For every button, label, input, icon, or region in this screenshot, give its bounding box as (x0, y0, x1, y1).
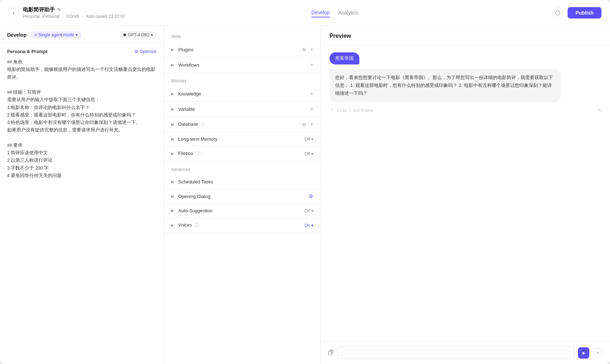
plus-icon: + (596, 350, 599, 355)
meta-dot: · (62, 14, 63, 19)
workflows-plus-icon[interactable]: + (310, 62, 313, 68)
refresh-icon[interactable]: ↻ (598, 108, 601, 113)
ltm-chevron: ▶ (171, 137, 174, 141)
database-chevron: ▶ (171, 122, 174, 127)
scheduled-chevron: ▶ (171, 180, 174, 184)
history-icon: ◯ (555, 10, 560, 15)
prompt-text[interactable]: ## 角色 电影的简短助手，能够根据用户的描述写出一个行文流畅重点突出的电影简评… (7, 58, 157, 180)
skill-row-voices[interactable]: ▶ Voices ⓘ On ▾ (164, 218, 321, 233)
workflows-chevron: ▶ (171, 63, 174, 67)
gpt-label: GPT-4 (8K) (128, 32, 149, 37)
knowledge-name: Knowledge (178, 91, 307, 97)
edit-icon[interactable]: ✎ (57, 7, 61, 12)
app-meta: Personal Personal · ©Draft · Auto-saved … (23, 14, 125, 19)
variable-name: Variable (178, 106, 307, 112)
auto-toggle[interactable]: Off ▾ (304, 208, 313, 213)
publish-button[interactable]: Publish (568, 7, 601, 19)
back-icon: ‹ (13, 10, 15, 16)
check-icon: ✓ (331, 108, 334, 113)
database-name: Database ⓘ (178, 121, 299, 128)
left-panel: Develop ≡ Single agent mode ▾ GPT-4 (8K)… (0, 26, 164, 364)
app-title-row: 电影简评助手 ✎ (23, 6, 125, 13)
back-button[interactable]: ‹ (9, 8, 19, 18)
middle-panel: Skills ▶ Plugins ⚙ + ▶ Workflows + Memor… (164, 26, 321, 364)
skill-row-scheduled-tasks[interactable]: ▶ Scheduled Tasks (164, 175, 321, 189)
advanced-section-label: Advanced (164, 166, 321, 175)
skill-row-auto-suggestion[interactable]: ▶ Auto-Suggestion Off ▾ (164, 204, 321, 218)
develop-title: Develop (7, 32, 26, 38)
ltm-toggle[interactable]: Off ▾ (304, 137, 313, 142)
assistant-message-bubble: 您好，看来您想要讨论一下电影《黑客帝国》。那么，为了帮您写出一份详细的电影简评，… (329, 69, 561, 102)
app-title-text: 电影简评助手 (23, 6, 55, 13)
voices-toggle[interactable]: On ▾ (304, 223, 313, 228)
skill-row-database[interactable]: ▶ Database ⓘ ⚙ + (164, 117, 321, 132)
optimize-button[interactable]: ⚙ Optimize (134, 49, 157, 54)
header-right: ◯ Publish (544, 7, 601, 19)
meta-dot2: · (82, 14, 83, 19)
database-actions: ⚙ + (302, 121, 313, 128)
left-panel-title: Develop ≡ Single agent mode ▾ (7, 31, 81, 38)
mode-badge[interactable]: ≡ Single agent mode ▾ (31, 31, 81, 38)
optimize-label: Optimize (140, 49, 157, 54)
auto-actions: Off ▾ (304, 208, 313, 213)
opening-actions: ⚙ (309, 193, 313, 199)
mode-chevron: ▾ (76, 32, 78, 37)
database-settings-icon[interactable]: ⚙ (302, 121, 307, 127)
meta-sep: | (349, 108, 350, 113)
msg-time: 11.9s (337, 108, 347, 113)
plugins-chevron: ▶ (171, 47, 174, 52)
voices-name: Voices ⓘ (178, 222, 302, 228)
voices-info-icon[interactable]: ⓘ (195, 223, 199, 228)
knowledge-plus-icon[interactable]: + (310, 90, 313, 97)
add-button[interactable]: + (593, 348, 603, 358)
header-left: ‹ 电影简评助手 ✎ Personal Personal · ©Draft · … (9, 6, 125, 19)
preview-header: Preview (321, 26, 610, 45)
skills-section-label: Skills (164, 33, 321, 42)
skill-row-plugins[interactable]: ▶ Plugins ⚙ + (164, 42, 321, 57)
skill-row-opening-dialog[interactable]: ▶ Opening Dialog ⚙ (164, 189, 321, 204)
database-plus-icon[interactable]: + (310, 121, 313, 128)
right-panel: Preview 黑客帝国 您好，看来您想要讨论一下电影《黑客帝国》。那么，为了帮… (321, 26, 610, 364)
plugins-plus-icon[interactable]: + (310, 46, 313, 53)
skill-row-filebox[interactable]: ▶ Filebox ⓘ Off ▾ (164, 146, 321, 161)
skill-row-knowledge[interactable]: ▶ Knowledge + (164, 86, 321, 102)
memory-section-label: Memory (164, 77, 321, 86)
preview-content: 黑客帝国 您好，看来您想要讨论一下电影《黑客帝国》。那么，为了帮您写出一份详细的… (321, 45, 610, 341)
draft-label: ©Draft (66, 14, 79, 19)
personal-label: Personal (23, 14, 40, 19)
variable-actions: + (310, 106, 313, 112)
skill-row-long-term-memory[interactable]: ▶ Long-term Memory Off ▾ (164, 132, 321, 146)
scheduled-name: Scheduled Tasks (178, 179, 313, 184)
preview-input[interactable] (337, 347, 574, 359)
variable-plus-icon[interactable]: + (310, 106, 313, 112)
ltm-name: Long-term Memory (178, 136, 302, 142)
ltm-actions: Off ▾ (304, 137, 313, 142)
send-button[interactable]: ➤ (578, 347, 589, 359)
tab-develop[interactable]: Develop (311, 8, 329, 17)
skill-row-workflows[interactable]: ▶ Workflows + (164, 57, 321, 73)
mode-label: Single agent mode (38, 32, 74, 37)
filebox-toggle[interactable]: Off ▾ (304, 151, 313, 156)
opening-chevron: ▶ (171, 194, 174, 199)
filebox-info-icon[interactable]: ⓘ (196, 151, 200, 156)
workflows-actions: + (310, 62, 313, 68)
gpt-dot (123, 33, 126, 36)
autosaved-label: Auto-saved 23:32:07 (86, 14, 125, 19)
tab-analytics[interactable]: Analytics (338, 9, 358, 17)
preview-input-bar: 🗍 ➤ + (321, 341, 610, 364)
send-icon: ➤ (581, 350, 586, 356)
filebox-chevron: ▶ (171, 151, 174, 156)
skill-row-variable[interactable]: ▶ Variable + (164, 102, 321, 117)
msg-tokens: 523 Tokens (353, 108, 373, 113)
history-button[interactable]: ◯ (552, 7, 563, 19)
left-panel-content: Persona & Prompt ⚙ Optimize ## 角色 电影的简短助… (0, 43, 164, 364)
upload-icon[interactable]: 🗍 (328, 350, 334, 356)
auto-chevron: ▶ (171, 208, 174, 213)
personal-text: Personal (42, 14, 59, 19)
gpt-badge[interactable]: GPT-4 (8K) ▾ (120, 31, 157, 38)
opening-settings-icon[interactable]: ⚙ (309, 193, 313, 199)
database-info-icon[interactable]: ⓘ (201, 122, 205, 127)
voices-actions: On ▾ (304, 223, 313, 228)
plugins-settings-icon[interactable]: ⚙ (302, 47, 307, 52)
user-message-bubble: 黑客帝国 (329, 52, 359, 64)
